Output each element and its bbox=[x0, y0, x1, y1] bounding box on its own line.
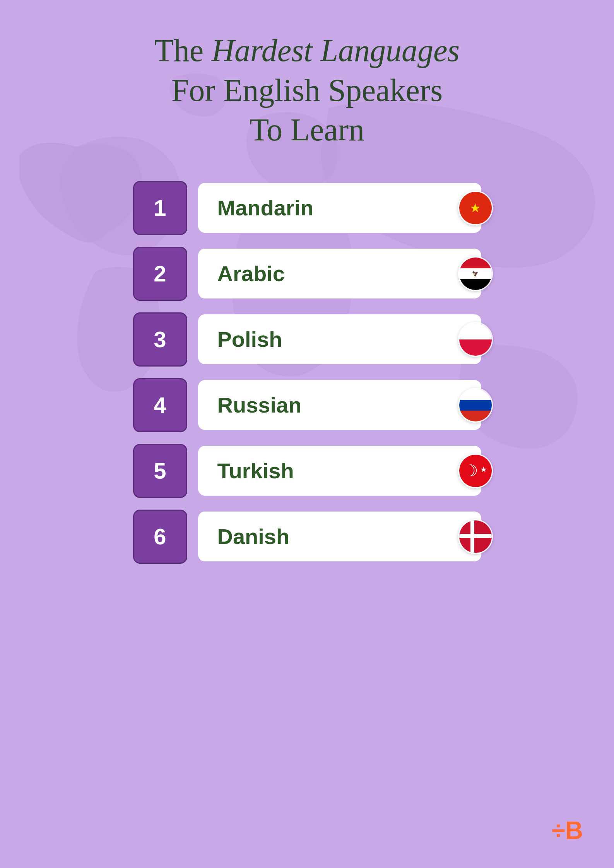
language-card-polish: Polish bbox=[198, 314, 481, 364]
list-item: 5 Turkish ☽ ★ bbox=[133, 444, 481, 498]
poland-flag bbox=[459, 323, 492, 356]
page-title: The Hardest Languages For English Speake… bbox=[154, 31, 460, 150]
list-item: 2 Arabic 🦅 bbox=[133, 247, 481, 301]
language-name-arabic: Arabic bbox=[217, 261, 285, 286]
flag-mandarin bbox=[458, 191, 493, 225]
star-icon: ★ bbox=[480, 465, 487, 474]
rank-number-6: 6 bbox=[154, 524, 166, 549]
title-line2: For English Speakers bbox=[171, 73, 443, 108]
language-card-russian: Russian bbox=[198, 380, 481, 430]
list-item: 1 Mandarin bbox=[133, 181, 481, 235]
denmark-flag bbox=[459, 520, 492, 553]
language-name-turkish: Turkish bbox=[217, 458, 294, 483]
rank-box-2: 2 bbox=[133, 247, 187, 301]
flag-turkish: ☽ ★ bbox=[458, 454, 493, 488]
language-list: 1 Mandarin 2 Arabic 🦅 bbox=[133, 181, 481, 564]
rank-number-2: 2 bbox=[154, 261, 166, 286]
list-item: 6 Danish bbox=[133, 510, 481, 564]
flag-polish bbox=[458, 322, 493, 357]
language-name-mandarin: Mandarin bbox=[217, 195, 314, 220]
china-flag bbox=[459, 192, 492, 224]
brand-logo: ÷B bbox=[552, 816, 583, 845]
list-item: 3 Polish bbox=[133, 312, 481, 367]
rank-number-5: 5 bbox=[154, 458, 166, 484]
rank-box-3: 3 bbox=[133, 312, 187, 367]
rank-box-6: 6 bbox=[133, 510, 187, 564]
language-name-polish: Polish bbox=[217, 327, 282, 352]
language-name-russian: Russian bbox=[217, 392, 302, 418]
russia-flag bbox=[459, 389, 492, 421]
language-card-turkish: Turkish ☽ ★ bbox=[198, 446, 481, 496]
turkey-flag: ☽ ★ bbox=[459, 455, 492, 487]
title-line3: To Learn bbox=[250, 112, 364, 147]
title-line1: The Hardest Languages bbox=[154, 33, 460, 68]
egypt-flag: 🦅 bbox=[459, 258, 492, 290]
language-name-danish: Danish bbox=[217, 524, 290, 549]
egypt-eagle-icon: 🦅 bbox=[472, 270, 479, 277]
rank-box-4: 4 bbox=[133, 378, 187, 432]
language-card-danish: Danish bbox=[198, 512, 481, 561]
list-item: 4 Russian bbox=[133, 378, 481, 432]
rank-number-4: 4 bbox=[154, 392, 166, 418]
language-card-arabic: Arabic 🦅 bbox=[198, 249, 481, 298]
crescent-icon: ☽ bbox=[463, 463, 478, 479]
rank-box-5: 5 bbox=[133, 444, 187, 498]
rank-number-3: 3 bbox=[154, 326, 166, 352]
rank-number-1: 1 bbox=[154, 195, 166, 221]
language-card-mandarin: Mandarin bbox=[198, 183, 481, 233]
flag-danish bbox=[458, 519, 493, 554]
rank-box-1: 1 bbox=[133, 181, 187, 235]
logo-symbol: ÷B bbox=[552, 817, 583, 844]
main-content: The Hardest Languages For English Speake… bbox=[0, 0, 614, 564]
flag-russian bbox=[458, 388, 493, 423]
flag-arabic: 🦅 bbox=[458, 256, 493, 291]
